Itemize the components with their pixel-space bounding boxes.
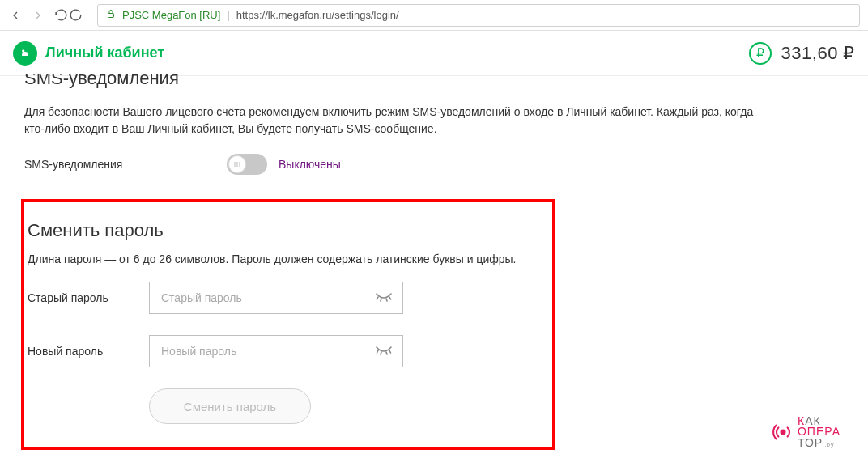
logo[interactable]: Личный кабинет xyxy=(13,41,164,66)
svg-line-12 xyxy=(386,352,387,354)
change-password-button[interactable]: Сменить пароль xyxy=(149,388,311,424)
new-password-field-wrap xyxy=(149,335,403,367)
forward-button[interactable] xyxy=(31,8,45,23)
sms-toggle-row: SMS-уведомления Выключены xyxy=(24,154,844,175)
sms-toggle[interactable] xyxy=(227,154,267,175)
new-password-row: Новый пароль xyxy=(28,335,538,367)
logo-text: Личный кабинет xyxy=(45,45,164,61)
svg-line-8 xyxy=(386,299,387,301)
url-text: https://lk.megafon.ru/settings/login/ xyxy=(236,9,399,21)
lock-icon xyxy=(106,8,116,22)
old-password-label: Старый пароль xyxy=(28,291,149,304)
reload-icon[interactable] xyxy=(68,8,83,23)
toggle-knob xyxy=(228,155,246,173)
separator: | xyxy=(227,9,229,21)
watermark: КАК ОПЕРА ТОР.by xyxy=(772,416,840,448)
svg-rect-0 xyxy=(108,14,114,18)
new-password-label: Новый пароль xyxy=(28,345,149,358)
sms-toggle-label: SMS-уведомления xyxy=(24,158,227,171)
svg-line-11 xyxy=(381,352,381,354)
svg-line-7 xyxy=(381,299,381,301)
reload-button[interactable] xyxy=(53,8,68,23)
new-password-input[interactable] xyxy=(161,345,375,358)
ruble-icon: ₽ xyxy=(749,42,772,65)
submit-row: Сменить пароль xyxy=(28,388,538,424)
old-password-field-wrap xyxy=(149,282,403,314)
browser-toolbar: PJSC MegaFon [RU] | https://lk.megafon.r… xyxy=(0,0,868,31)
sms-section-title: SMS-уведомления xyxy=(24,74,844,91)
old-password-input[interactable] xyxy=(161,291,375,304)
sms-toggle-status: Выключены xyxy=(279,158,341,171)
eye-closed-icon[interactable] xyxy=(375,292,393,303)
svg-line-10 xyxy=(377,350,379,353)
watermark-text: КАК ОПЕРА ТОР.by xyxy=(798,416,840,448)
change-password-section: Сменить пароль Длина пароля — от 6 до 26… xyxy=(21,199,555,450)
watermark-icon xyxy=(772,421,794,443)
sms-section-description: Для безопасности Вашего лицевого счёта р… xyxy=(24,104,769,138)
main-content: SMS-уведомления Для безопасности Вашего … xyxy=(0,74,868,458)
old-password-row: Старый пароль xyxy=(28,282,538,314)
logo-icon xyxy=(13,41,37,66)
eye-closed-icon[interactable] xyxy=(375,346,393,357)
site-identity: PJSC MegaFon [RU] xyxy=(122,9,220,21)
back-button[interactable] xyxy=(8,8,23,23)
change-password-description: Длина пароля — от 6 до 26 символов. Паро… xyxy=(28,252,538,265)
svg-line-9 xyxy=(389,297,391,299)
balance-amount: 331,60 ₽ xyxy=(781,43,855,64)
site-header: Личный кабинет ₽ 331,60 ₽ xyxy=(0,31,868,76)
address-bar[interactable]: PJSC MegaFon [RU] | https://lk.megafon.r… xyxy=(97,4,860,27)
svg-line-6 xyxy=(377,297,379,299)
change-password-title: Сменить пароль xyxy=(28,220,538,241)
svg-point-14 xyxy=(780,430,785,435)
balance-display[interactable]: ₽ 331,60 ₽ xyxy=(749,42,855,65)
svg-line-13 xyxy=(389,350,391,353)
